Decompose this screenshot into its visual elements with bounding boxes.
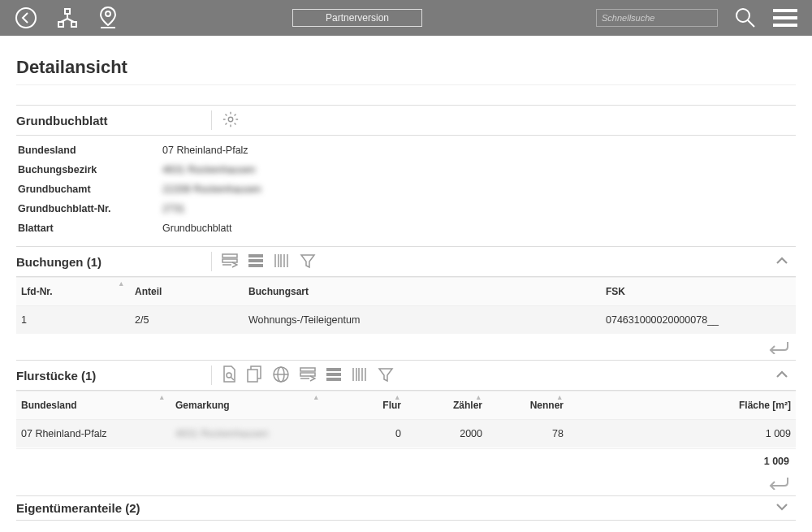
location-icon[interactable]: [97, 6, 119, 30]
network-icon[interactable]: [57, 7, 78, 28]
partner-version-button[interactable]: Partnerversion: [292, 9, 422, 27]
return-icon[interactable]: [768, 475, 789, 492]
expand-toggle-eigentumeranteile[interactable]: [775, 501, 796, 515]
back-button[interactable]: [15, 6, 37, 29]
field-label: Buchungsbezirk: [16, 164, 162, 175]
grundbuchblatt-fields: Bundesland 07 Rheinland-Pfalz Buchungsbe…: [16, 136, 796, 246]
field-value: 4631 Rockenhausen: [162, 164, 256, 175]
col-zaehler[interactable]: Zähler: [406, 391, 487, 420]
flaeche-sum: 1 009: [16, 448, 796, 470]
svg-rect-18: [248, 259, 263, 262]
section-header-eigentumeranteile: Eigentümeranteile (2): [16, 495, 796, 521]
svg-rect-37: [326, 378, 341, 381]
filter-icon[interactable]: [300, 253, 316, 271]
section-header-buchungen: Buchungen (1): [16, 246, 796, 277]
barcode-icon[interactable]: [274, 253, 290, 271]
menu-button[interactable]: [773, 9, 797, 27]
section-title-flurstuecke: Flurstücke (1): [16, 369, 205, 383]
table-row[interactable]: 07 Rheinland-Pfalz 4631 Rockenhausen 0 2…: [16, 420, 796, 448]
svg-point-13: [228, 117, 233, 122]
svg-line-27: [231, 377, 234, 380]
cell-zaehler: 2000: [406, 420, 487, 448]
quick-search[interactable]: [596, 9, 718, 27]
svg-rect-28: [248, 370, 257, 382]
cell-nenner: 78: [487, 420, 568, 448]
quick-search-input[interactable]: [600, 12, 716, 24]
svg-rect-15: [222, 259, 237, 262]
flurstuecke-table: Bundesland Gemarkung Flur Zähler Nenner …: [16, 391, 796, 448]
col-buchungsart[interactable]: Buchungsart: [244, 278, 601, 306]
cell-lfdnr: 1: [16, 306, 130, 335]
cell-flur: 0: [325, 420, 406, 448]
col-flaeche[interactable]: Fläche [m²]: [568, 391, 796, 420]
field-value: 22208 Rockenhausen: [162, 184, 261, 195]
svg-marker-43: [379, 369, 392, 381]
content-area: Detailansicht Grundbuchblatt Bundesland …: [0, 36, 812, 532]
field-blattart: Blattart Grundbuchblatt: [16, 218, 796, 238]
col-bundesland[interactable]: Bundesland: [16, 391, 171, 420]
field-bundesland: Bundesland 07 Rheinland-Pfalz: [16, 141, 796, 160]
svg-line-12: [748, 20, 754, 27]
field-value: Grundbuchblatt: [162, 223, 231, 234]
document-search-icon[interactable]: [222, 365, 236, 386]
columns-icon[interactable]: [300, 367, 316, 384]
svg-point-11: [736, 9, 749, 22]
globe-icon[interactable]: [272, 365, 290, 386]
svg-marker-25: [301, 255, 314, 267]
cell-anteil: 2/5: [130, 306, 244, 335]
col-fsk[interactable]: FSK: [601, 278, 796, 306]
svg-point-0: [16, 8, 36, 28]
svg-rect-35: [326, 368, 341, 371]
svg-rect-17: [248, 254, 263, 257]
col-gemarkung[interactable]: Gemarkung: [171, 391, 325, 420]
table-header-row: Bundesland Gemarkung Flur Zähler Nenner …: [16, 391, 796, 420]
col-flur[interactable]: Flur: [325, 391, 406, 420]
field-label: Grundbuchblatt-Nr.: [16, 203, 162, 214]
section-title-buchungen: Buchungen (1): [16, 255, 205, 269]
svg-rect-32: [300, 368, 315, 371]
field-value: 07 Rheinland-Pfalz: [162, 145, 248, 156]
buchungen-table: Lfd-Nr. Anteil Buchungsart FSK 1 2/5 Woh…: [16, 277, 796, 335]
svg-rect-19: [248, 264, 263, 267]
svg-point-7: [106, 11, 110, 16]
cell-flaeche: 1 009: [568, 420, 796, 448]
svg-rect-3: [71, 22, 76, 27]
copy-icon[interactable]: [246, 365, 262, 386]
col-anteil[interactable]: Anteil: [130, 278, 244, 306]
field-grundbuchamt: Grundbuchamt 22208 Rockenhausen: [16, 179, 796, 199]
gear-icon[interactable]: [222, 110, 240, 131]
section-header-flurstuecke: Flurstücke (1): [16, 360, 796, 391]
table-row[interactable]: 1 2/5 Wohnungs-/Teileigentum 07463100002…: [16, 306, 796, 335]
page-title: Detailansicht: [16, 57, 796, 85]
collapse-toggle-flurstuecke[interactable]: [775, 369, 796, 383]
section-header-grundbuchblatt: Grundbuchblatt: [16, 105, 796, 136]
field-label: Bundesland: [16, 145, 162, 156]
list-icon[interactable]: [248, 253, 264, 270]
svg-rect-2: [58, 22, 63, 27]
svg-rect-33: [300, 373, 315, 376]
section-title-grundbuchblatt: Grundbuchblatt: [16, 114, 205, 128]
table-header-row: Lfd-Nr. Anteil Buchungsart FSK: [16, 278, 796, 306]
cell-buchungsart: Wohnungs-/Teileigentum: [244, 306, 601, 335]
top-bar: Partnerversion: [0, 0, 812, 36]
col-nenner[interactable]: Nenner: [487, 391, 568, 420]
field-label: Grundbuchamt: [16, 184, 162, 195]
field-label: Blattart: [16, 223, 162, 234]
field-buchungsbezirk: Buchungsbezirk 4631 Rockenhausen: [16, 160, 796, 179]
cell-bundesland: 07 Rheinland-Pfalz: [16, 420, 171, 448]
cell-gemarkung: 4631 Rockenhausen: [171, 420, 325, 448]
advanced-search-icon[interactable]: [734, 6, 757, 29]
collapse-toggle-buchungen[interactable]: [775, 255, 796, 269]
svg-rect-36: [326, 373, 341, 376]
svg-rect-14: [222, 254, 237, 257]
field-blattnr: Grundbuchblatt-Nr. 2731: [16, 199, 796, 218]
field-value: 2731: [162, 203, 185, 214]
return-icon[interactable]: [768, 340, 789, 357]
section-title-eigentumeranteile: Eigentümeranteile (2): [16, 501, 140, 515]
list-icon[interactable]: [326, 367, 342, 384]
filter-icon[interactable]: [378, 366, 394, 385]
barcode-icon[interactable]: [352, 366, 368, 385]
col-lfdnr[interactable]: Lfd-Nr.: [16, 278, 130, 306]
columns-icon[interactable]: [222, 253, 238, 270]
cell-fsk: 074631000020000078__: [601, 306, 796, 335]
